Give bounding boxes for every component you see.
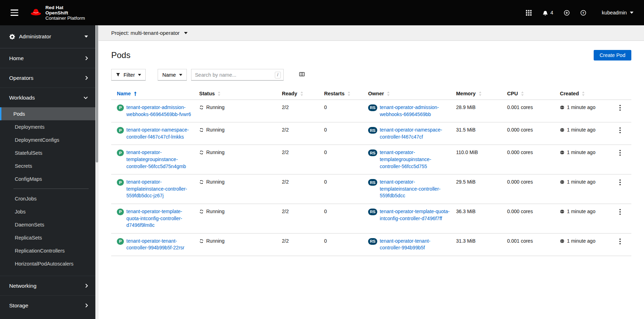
kebab-menu-button[interactable] — [615, 127, 625, 135]
search-input[interactable] — [191, 69, 283, 80]
column-header-status[interactable]: Status — [199, 88, 282, 100]
masthead-toolbar: 4 ? kubeadmin — [526, 10, 633, 16]
sidebar-item-operators[interactable]: Operators — [0, 68, 99, 88]
question-circle-icon: ? — [580, 10, 586, 16]
memory-cell: 31.3 MiB — [456, 233, 507, 256]
ready-cell: 2/2 — [282, 204, 324, 233]
kebab-menu-button[interactable] — [615, 104, 625, 113]
sidebar: Administrator Home Operators Workloads P… — [0, 25, 99, 319]
page-title: Pods — [111, 50, 131, 60]
scrollbar-thumb[interactable] — [96, 25, 98, 162]
sidebar-item-secrets[interactable]: Secrets — [0, 159, 99, 172]
sidebar-item-deployments[interactable]: Deployments — [0, 120, 99, 133]
kebab-menu-button[interactable] — [615, 179, 625, 187]
nav-label: Operators — [9, 75, 33, 81]
replicaset-badge: RS — [368, 127, 377, 134]
notification-count: 4 — [550, 10, 553, 15]
project-label: Project: multi-tenant-operator — [111, 30, 179, 36]
kebab-icon — [619, 209, 621, 215]
restarts-cell: 0 — [324, 233, 368, 256]
caret-down-icon — [630, 12, 633, 14]
kebab-menu-button[interactable] — [615, 149, 625, 158]
owner-link[interactable]: tenant-operator-tenant-controller-994b99… — [380, 238, 452, 251]
pod-link[interactable]: tenant-operator-templategroupinstance-co… — [126, 149, 195, 170]
column-header-cpu[interactable]: CPU — [507, 88, 560, 100]
sidebar-item-workloads[interactable]: Workloads — [0, 88, 99, 107]
kebab-icon — [619, 150, 621, 156]
app-launcher-button[interactable] — [526, 10, 532, 16]
sort-icon — [300, 91, 303, 96]
owner-link[interactable]: tenant-operator-namespace-controller-f46… — [380, 127, 452, 140]
owner-link[interactable]: tenant-operator-templategroupinstance-co… — [380, 149, 452, 170]
owner-link[interactable]: tenant-operator-templateinstance-control… — [380, 179, 452, 199]
kebab-menu-button[interactable] — [615, 208, 625, 217]
create-pod-button[interactable]: Create Pod — [594, 50, 631, 60]
owner-link[interactable]: tenant-operator-admission-webhooks-66964… — [380, 104, 452, 118]
sidebar-item-daemonsets[interactable]: DaemonSets — [0, 218, 99, 231]
column-header-ready[interactable]: Ready — [282, 88, 324, 100]
brand-logo[interactable]: Red Hat OpenShift Container Platform — [30, 5, 85, 21]
sidebar-item-horizontalpodautoscalers[interactable]: HorizontalPodAutoscalers — [0, 257, 99, 270]
search-shortcut-hint: / — [275, 72, 281, 78]
globe-icon — [560, 180, 564, 184]
column-header-created[interactable]: Created — [560, 88, 613, 100]
sidebar-item-networking[interactable]: Networking — [0, 276, 99, 295]
help-button[interactable]: ? — [580, 10, 586, 16]
notifications-button[interactable]: 4 — [542, 10, 553, 16]
kebab-menu-button[interactable] — [615, 238, 625, 246]
sidebar-item-configmaps[interactable]: ConfigMaps — [0, 172, 99, 185]
memory-cell: 31.5 MiB — [456, 122, 507, 145]
restarts-cell: 0 — [324, 174, 368, 204]
sidebar-item-storage[interactable]: Storage — [0, 295, 99, 315]
search-box: / — [191, 69, 284, 81]
caret-down-icon — [179, 74, 182, 76]
sidebar-item-replicationcontrollers[interactable]: ReplicationControllers — [0, 244, 99, 257]
restarts-cell: 0 — [324, 100, 368, 122]
sort-icon — [521, 91, 524, 96]
sidebar-item-deploymentconfigs[interactable]: DeploymentConfigs — [0, 133, 99, 146]
pod-link[interactable]: tenant-operator-tenant-controller-994b99… — [126, 238, 195, 251]
filter-funnel-icon — [116, 72, 120, 77]
search-attribute-dropdown[interactable]: Name — [158, 69, 187, 81]
filter-dropdown[interactable]: Filter — [111, 69, 146, 81]
pod-link[interactable]: tenant-operator-templateinstance-control… — [126, 179, 195, 199]
pod-link[interactable]: tenant-operator-admission-webhooks-66964… — [126, 104, 195, 118]
redhat-fedora-icon — [30, 8, 42, 18]
sidebar-item-replicasets[interactable]: ReplicaSets — [0, 231, 99, 244]
filter-toolbar: Filter Name / — [99, 60, 644, 81]
memory-cell: 29.5 MiB — [456, 174, 507, 204]
cpu-cell: 0.000 cores — [507, 122, 560, 145]
manage-columns-button[interactable] — [298, 70, 306, 79]
owner-link[interactable]: tenant-operator-template-quota-intconfig… — [380, 208, 452, 222]
pod-link[interactable]: tenant-operator-template-quota-intconfig… — [126, 208, 195, 229]
table-row: Ptenant-operator-admission-webhooks-6696… — [111, 100, 631, 122]
import-yaml-button[interactable] — [564, 10, 570, 16]
sort-icon — [217, 91, 221, 96]
column-header-restarts[interactable]: Restarts — [324, 88, 368, 100]
pod-badge: P — [117, 179, 124, 186]
sync-icon — [199, 180, 204, 184]
ready-cell: 2/2 — [282, 174, 324, 204]
sidebar-item-cronjobs[interactable]: CronJobs — [0, 192, 99, 205]
caret-down-icon — [138, 74, 141, 76]
restarts-cell: 0 — [324, 204, 368, 233]
sidebar-item-home[interactable]: Home — [0, 48, 99, 68]
replicaset-badge: RS — [368, 179, 377, 186]
pods-table: Name Status Ready Restarts Owner Memory … — [111, 88, 631, 256]
column-header-owner[interactable]: Owner — [368, 88, 456, 100]
column-header-memory[interactable]: Memory — [456, 88, 507, 100]
plus-circle-icon — [564, 10, 570, 16]
workloads-subnav: Pods Deployments DeploymentConfigs State… — [0, 107, 99, 276]
user-menu[interactable]: kubeadmin — [602, 10, 633, 15]
hamburger-menu-button[interactable] — [9, 7, 20, 18]
pod-badge: P — [117, 149, 124, 156]
project-selector[interactable]: Project: multi-tenant-operator — [99, 25, 644, 41]
kebab-icon — [619, 105, 621, 111]
sync-icon — [199, 105, 204, 110]
sidebar-item-pods[interactable]: Pods — [0, 107, 99, 120]
pod-link[interactable]: tenant-operator-namespace-controller-f46… — [126, 127, 195, 140]
perspective-switcher[interactable]: Administrator — [0, 25, 99, 48]
sidebar-item-statefulsets[interactable]: StatefulSets — [0, 146, 99, 159]
column-header-name[interactable]: Name — [111, 88, 199, 100]
sidebar-item-jobs[interactable]: Jobs — [0, 205, 99, 218]
